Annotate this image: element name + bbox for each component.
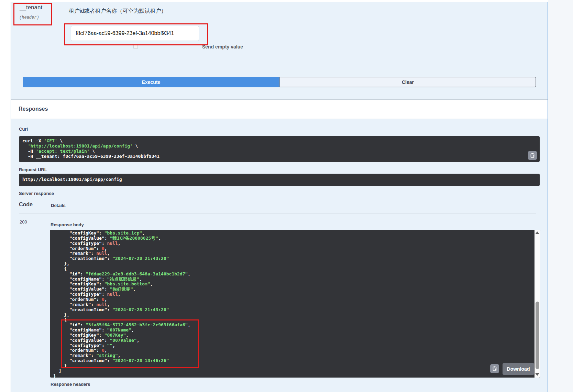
- clear-button[interactable]: Clear: [279, 77, 536, 87]
- scroll-up-icon[interactable]: [535, 231, 539, 234]
- response-headers-label: Response headers: [51, 382, 90, 387]
- request-url-block: http://localhost:19001/api/app/config: [19, 174, 540, 186]
- execute-button[interactable]: Execute: [23, 77, 279, 87]
- status-code: 200: [20, 219, 27, 225]
- curl-label: Curl: [19, 127, 28, 132]
- table-header-divider: [19, 213, 536, 214]
- details-column-header: Details: [51, 203, 66, 208]
- annotation-box-parameter-name: [13, 3, 52, 25]
- annotation-box-parameter-input: [64, 23, 208, 45]
- curl-code: curl -X 'GET' \ 'http://localhost:19001/…: [19, 136, 540, 162]
- annotation-box-response-object: [61, 319, 199, 368]
- request-url-value: http://localhost:19001/api/app/config: [19, 174, 540, 185]
- clipboard-icon: [492, 366, 497, 371]
- scrollbar-thumb[interactable]: [536, 302, 539, 369]
- scroll-down-icon[interactable]: [535, 373, 539, 376]
- download-button[interactable]: Download: [503, 363, 534, 375]
- page-right-gutter: [548, 0, 573, 392]
- send-empty-value-label: Send empty value: [202, 44, 243, 50]
- response-body-label: Response body: [51, 222, 84, 227]
- responses-title: Responses: [19, 106, 48, 112]
- copy-curl-icon[interactable]: [528, 151, 537, 160]
- swagger-operation-page: __tenant (header) 租户id或者租户名称（可空为默认租户） Se…: [0, 0, 573, 392]
- code-column-header: Code: [19, 202, 33, 208]
- copy-response-icon[interactable]: [490, 364, 499, 373]
- request-url-label: Request URL: [19, 167, 47, 172]
- responses-section-header: [11, 99, 548, 119]
- response-body-scrollbar[interactable]: [535, 230, 540, 378]
- clipboard-icon: [530, 153, 535, 158]
- parameter-description: 租户id或者租户名称（可空为默认租户）: [69, 8, 166, 15]
- curl-block: curl -X 'GET' \ 'http://localhost:19001/…: [19, 136, 540, 162]
- server-response-label: Server response: [19, 191, 54, 196]
